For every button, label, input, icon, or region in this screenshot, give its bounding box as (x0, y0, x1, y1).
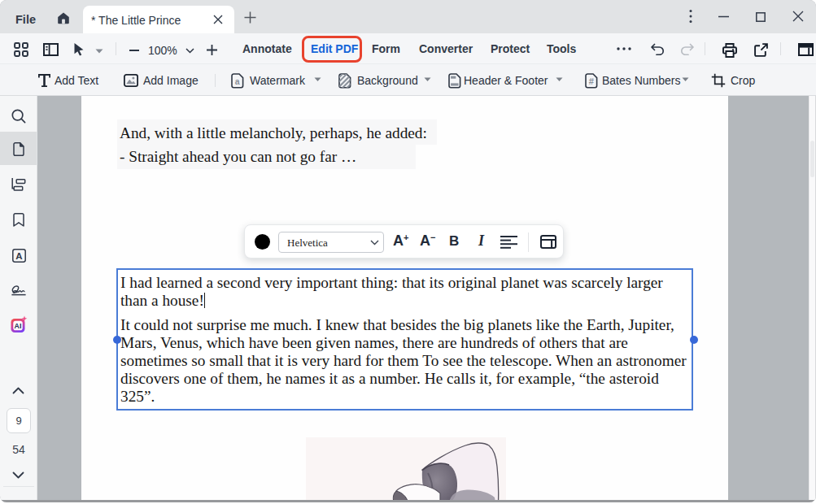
svg-text:A: A (15, 251, 22, 261)
svg-text:#: # (589, 76, 594, 86)
svg-text:AI: AI (15, 322, 22, 330)
svg-text:a: a (235, 76, 240, 86)
